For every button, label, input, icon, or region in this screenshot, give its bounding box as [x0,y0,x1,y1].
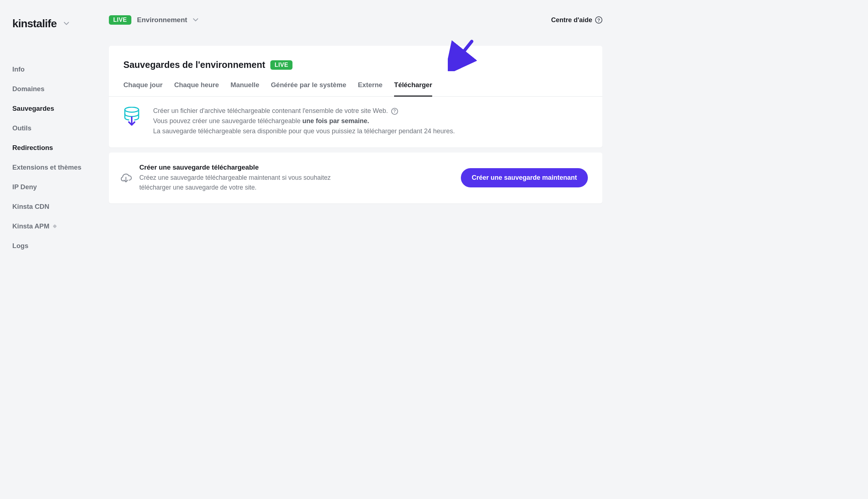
sidebar-item-outils[interactable]: Outils [12,118,86,138]
topbar: LIVE Environnement Centre d'aide ? [109,15,602,25]
site-name: kinstalife [12,17,57,30]
sidebar-item-label: IP Deny [12,183,37,191]
sidebar-item-ipdeny[interactable]: IP Deny [12,177,86,197]
info-line-1: Créer un fichier d'archive téléchargeabl… [153,107,388,114]
sidebar-item-label: Outils [12,124,31,132]
tab-external[interactable]: Externe [358,81,382,97]
create-backup-now-button[interactable]: Créer une sauvegarde maintenant [461,168,588,187]
sidebar-item-label: Extensions et thèmes [12,163,81,171]
sidebar-item-label: Logs [12,242,28,250]
cloud-download-icon [120,173,132,183]
sidebar-item-logs[interactable]: Logs [12,236,86,256]
tab-label: Externe [358,81,382,89]
marker-icon [53,224,57,228]
tab-label: Manuelle [230,81,259,89]
chevron-down-icon [64,22,69,25]
database-download-icon [123,106,140,137]
help-icon: ? [595,16,602,24]
action-description: Créez une sauvegarde téléchargeable main… [139,173,343,192]
tab-label: Chaque heure [174,81,219,89]
sidebar-nav: Info Domaines Sauvegardes Outils Redirec… [12,60,86,256]
sidebar-item-label: Kinsta APM [12,222,49,230]
tab-label: Télécharger [394,81,432,89]
info-line-2-pre: Vous pouvez créer une sauvegarde télécha… [153,117,302,125]
tab-download[interactable]: Télécharger [394,81,432,97]
sidebar-item-label: Kinsta CDN [12,203,49,211]
tab-system[interactable]: Générée par le système [271,81,346,97]
tab-hourly[interactable]: Chaque heure [174,81,219,97]
help-label: Centre d'aide [551,16,592,24]
tab-daily[interactable]: Chaque jour [123,81,163,97]
sidebar-item-domaines[interactable]: Domaines [12,79,86,99]
tab-label: Générée par le système [271,81,346,89]
environment-switcher[interactable]: LIVE Environnement [109,15,198,25]
sidebar-item-label: Redirections [12,144,53,152]
sidebar-item-cdn[interactable]: Kinsta CDN [12,197,86,216]
tab-label: Chaque jour [123,81,163,89]
live-badge: LIVE [270,60,293,70]
info-line-2-strong: une fois par semaine. [302,117,369,125]
sidebar-item-label: Sauvegardes [12,105,54,113]
sidebar-item-info[interactable]: Info [12,60,86,79]
backups-card: Sauvegardes de l'environnement LIVE [109,46,602,147]
site-switcher[interactable]: kinstalife [12,17,86,30]
create-backup-card: Créer une sauvegarde téléchargeable Crée… [109,153,602,203]
tab-manual[interactable]: Manuelle [230,81,259,97]
sidebar-item-sauvegardes[interactable]: Sauvegardes [12,99,86,118]
sidebar-item-redirections[interactable]: Redirections [12,138,86,158]
environment-label: Environnement [137,16,187,24]
help-icon[interactable]: ? [391,108,398,115]
live-badge: LIVE [109,15,131,25]
info-line-3: La sauvegarde téléchargeable sera dispon… [153,126,455,137]
svg-point-1 [125,107,139,112]
sidebar-item-label: Info [12,65,25,73]
help-link[interactable]: Centre d'aide ? [551,16,602,24]
info-block: Créer un fichier d'archive téléchargeabl… [109,97,602,147]
page-title-text: Sauvegardes de l'environnement [123,60,265,70]
action-title: Créer une sauvegarde téléchargeable [139,163,343,171]
page-title: Sauvegardes de l'environnement LIVE [123,60,588,70]
sidebar: kinstalife Info Domaines Sauvegardes Out… [0,0,86,499]
sidebar-item-extensions[interactable]: Extensions et thèmes [12,158,86,177]
tabs: Chaque jour Chaque heure Manuelle Généré… [109,81,602,97]
main-content: LIVE Environnement Centre d'aide ? Sauve… [86,0,615,499]
sidebar-item-label: Domaines [12,85,44,93]
chevron-down-icon [193,18,198,22]
sidebar-item-apm[interactable]: Kinsta APM [12,216,86,236]
info-text: Créer un fichier d'archive téléchargeabl… [153,106,455,137]
